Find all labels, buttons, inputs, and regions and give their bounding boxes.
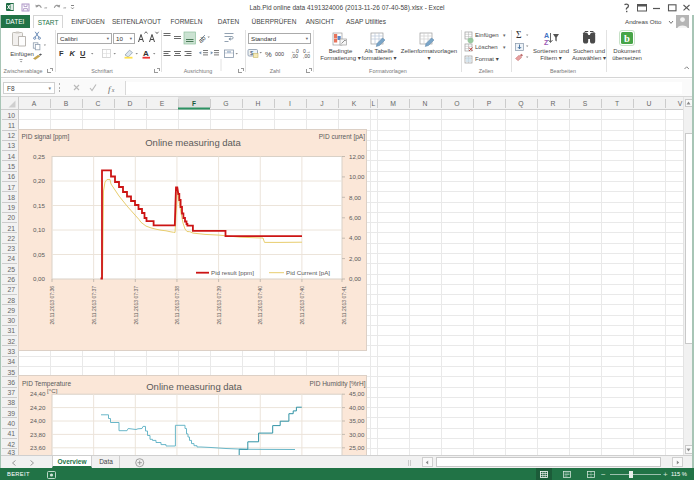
svg-text:11: 11 <box>8 122 15 129</box>
svg-text:12: 12 <box>7 132 15 139</box>
svg-text:26.11.2013 07:37: 26.11.2013 07:37 <box>133 286 139 325</box>
svg-text:0,00: 0,00 <box>349 275 362 282</box>
svg-text:29: 29 <box>7 307 15 314</box>
svg-text:12,00: 12,00 <box>349 153 365 160</box>
svg-text:PID current [pA]: PID current [pA] <box>319 133 365 141</box>
svg-text:N: N <box>423 100 428 107</box>
svg-text:T: T <box>615 100 619 107</box>
svg-text:28: 28 <box>7 297 15 304</box>
svg-text:PID Humidity [%rH]: PID Humidity [%rH] <box>310 380 366 388</box>
svg-text:25: 25 <box>7 266 15 273</box>
svg-text:23,80: 23,80 <box>30 431 46 438</box>
svg-text:A: A <box>143 49 149 58</box>
svg-text:24: 24 <box>7 255 15 262</box>
svg-text:[°C]: [°C] <box>47 387 58 394</box>
svg-text:M: M <box>390 100 396 107</box>
svg-text:ab: ab <box>197 34 207 44</box>
svg-text:45,00: 45,00 <box>349 390 365 397</box>
svg-text:37: 37 <box>7 389 15 396</box>
svg-text:13: 13 <box>7 142 15 149</box>
svg-text:O: O <box>454 100 459 107</box>
svg-text:B: B <box>64 100 69 107</box>
svg-text:24,20: 24,20 <box>30 404 46 411</box>
svg-text:31: 31 <box>7 327 15 334</box>
svg-text:10: 10 <box>7 112 15 119</box>
svg-text:K: K <box>352 100 357 107</box>
svg-text:P: P <box>487 100 492 107</box>
svg-text:20: 20 <box>7 214 15 221</box>
svg-text:Z: Z <box>544 39 549 46</box>
svg-text:22: 22 <box>7 235 15 242</box>
svg-text:24,40: 24,40 <box>30 390 46 397</box>
svg-text:38: 38 <box>7 399 15 406</box>
svg-text:35,00: 35,00 <box>349 417 365 424</box>
svg-text:Q: Q <box>518 100 523 108</box>
svg-text:41: 41 <box>7 430 15 437</box>
svg-text:17: 17 <box>7 184 15 191</box>
svg-text:V: V <box>678 100 683 107</box>
svg-text:26.11.2013 07:37: 26.11.2013 07:37 <box>91 286 97 325</box>
svg-text:H: H <box>256 100 261 107</box>
svg-text:0,05: 0,05 <box>33 251 46 258</box>
svg-text:26: 26 <box>7 276 15 283</box>
svg-text:26.11.2013 07:39: 26.11.2013 07:39 <box>216 286 222 325</box>
svg-text:10,00: 10,00 <box>349 173 365 180</box>
svg-text:4,00: 4,00 <box>349 234 362 241</box>
svg-text:S: S <box>583 100 588 107</box>
svg-text:6,00: 6,00 <box>349 214 362 221</box>
svg-text:PID signal [ppm]: PID signal [ppm] <box>22 133 70 141</box>
svg-text:A: A <box>32 100 37 107</box>
svg-text:40: 40 <box>7 420 15 427</box>
svg-text:Pid result [ppm]: Pid result [ppm] <box>211 269 254 276</box>
svg-text:J: J <box>320 100 323 107</box>
svg-text:26.11.2013 07:36: 26.11.2013 07:36 <box>49 286 55 325</box>
svg-text:U: U <box>647 100 652 107</box>
svg-text:000: 000 <box>275 51 284 57</box>
svg-text:14: 14 <box>7 153 15 160</box>
svg-text:b: b <box>624 33 630 44</box>
svg-text:30: 30 <box>7 317 15 324</box>
svg-text:24,00: 24,00 <box>30 417 46 424</box>
svg-text:Online measuring data: Online measuring data <box>146 381 242 392</box>
svg-text:8,00: 8,00 <box>349 194 362 201</box>
svg-text:R: R <box>551 100 556 107</box>
svg-text:32: 32 <box>7 338 15 345</box>
svg-text:0,10: 0,10 <box>33 226 46 233</box>
svg-text:26.11.2013 07:40: 26.11.2013 07:40 <box>299 286 305 325</box>
svg-text:25,00: 25,00 <box>349 444 365 451</box>
svg-text:A: A <box>544 32 549 39</box>
svg-text:34: 34 <box>7 358 15 365</box>
svg-text:x: x <box>111 87 115 93</box>
svg-text:C: C <box>96 100 101 107</box>
svg-text:30,00: 30,00 <box>349 431 365 438</box>
svg-text:15: 15 <box>7 163 15 170</box>
svg-text:26.11.2013 07:40: 26.11.2013 07:40 <box>257 286 263 325</box>
svg-text:E: E <box>160 100 165 107</box>
svg-text:42: 42 <box>7 441 15 448</box>
svg-text:Σ: Σ <box>516 30 522 40</box>
svg-text:18: 18 <box>7 194 15 201</box>
svg-text:19: 19 <box>7 204 15 211</box>
svg-text:Online measuring data: Online measuring data <box>145 137 241 148</box>
svg-text:G: G <box>223 100 228 107</box>
svg-text:,00: ,00 <box>291 53 298 59</box>
svg-text:35: 35 <box>7 369 15 376</box>
svg-text:33: 33 <box>7 348 15 355</box>
svg-text:Pid Current [pA]: Pid Current [pA] <box>286 269 330 276</box>
svg-text:36: 36 <box>7 379 15 386</box>
svg-text:F: F <box>192 100 196 107</box>
svg-text:,00: ,00 <box>303 53 310 59</box>
svg-text:16: 16 <box>7 173 15 180</box>
svg-text:23,60: 23,60 <box>30 444 46 451</box>
svg-text:39: 39 <box>7 410 15 417</box>
svg-text:23: 23 <box>7 245 15 252</box>
svg-text:L: L <box>372 100 376 107</box>
svg-text:27: 27 <box>7 286 15 293</box>
svg-text:26.11.2013 07:41: 26.11.2013 07:41 <box>341 286 347 325</box>
svg-text:0,20: 0,20 <box>33 177 46 184</box>
svg-text:2,00: 2,00 <box>349 255 362 262</box>
svg-text:0,25: 0,25 <box>33 153 46 160</box>
svg-text:%: % <box>265 50 272 59</box>
svg-text:0,00: 0,00 <box>33 275 46 282</box>
svg-text:26.11.2013 07:38: 26.11.2013 07:38 <box>174 286 180 325</box>
